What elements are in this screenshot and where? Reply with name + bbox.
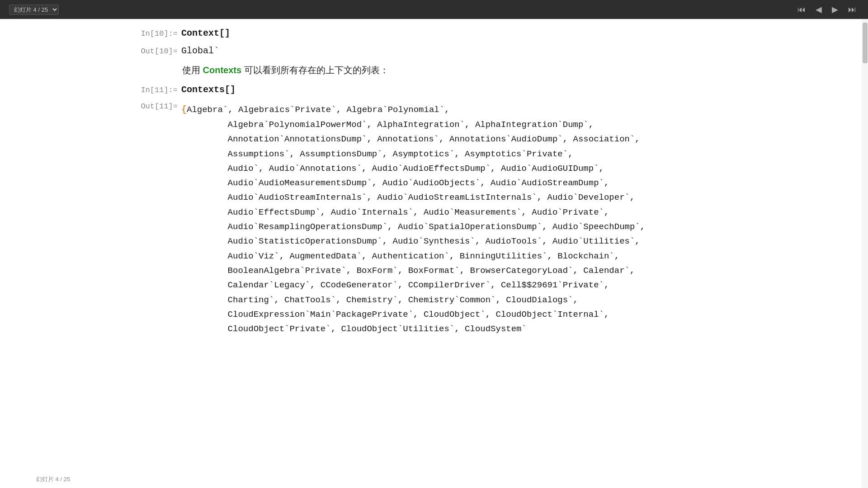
cell-in10-label: In[10]:=: [128, 29, 178, 38]
cell-in11-code: Contexts[]: [181, 84, 236, 95]
cell-out10-label: Out[10]=: [128, 47, 178, 56]
notebook-content: In[10]:= Context[] Out[10]= Global` 使用 C…: [119, 19, 743, 488]
description-keyword: Contexts: [203, 65, 242, 75]
slide-info: 幻灯片 4 / 25: [9, 5, 59, 15]
nav-prev-button[interactable]: ◀: [813, 5, 825, 14]
cell-out10-value: Global`: [181, 46, 219, 56]
nav-first-button[interactable]: ⏮: [795, 5, 808, 14]
top-bar: 幻灯片 4 / 25 ⏮ ◀ ▶ ⏭: [0, 0, 868, 19]
nav-last-button[interactable]: ⏭: [845, 5, 859, 14]
description-line: 使用 Contexts 可以看到所有存在的上下文的列表：: [182, 64, 743, 76]
page-label: 幻灯片 4 / 25: [36, 475, 70, 483]
description-suffix: 可以看到所有存在的上下文的列表：: [241, 65, 389, 75]
cell-out11-content: {Algebra`, Algebraics`Private`, Algebra`…: [181, 102, 645, 336]
slide-selector[interactable]: 幻灯片 4 / 25: [9, 5, 59, 15]
cell-in11: In[11]:= Contexts[]: [128, 84, 743, 95]
cell-in10-code: Context[]: [181, 28, 230, 38]
cell-in10: In[10]:= Context[]: [128, 28, 743, 38]
open-brace: {: [181, 104, 187, 115]
cell-out11-label: Out[11]=: [128, 102, 178, 111]
cell-out10: Out[10]= Global`: [128, 46, 743, 56]
cell-out11: Out[11]= {Algebra`, Algebraics`Private`,…: [128, 102, 743, 336]
description-prefix: 使用: [182, 65, 203, 75]
scrollbar-thumb[interactable]: [863, 23, 868, 63]
nav-next-button[interactable]: ▶: [829, 5, 841, 14]
cell-in11-label: In[11]:=: [128, 86, 178, 94]
nav-controls: ⏮ ◀ ▶ ⏭: [795, 5, 859, 14]
